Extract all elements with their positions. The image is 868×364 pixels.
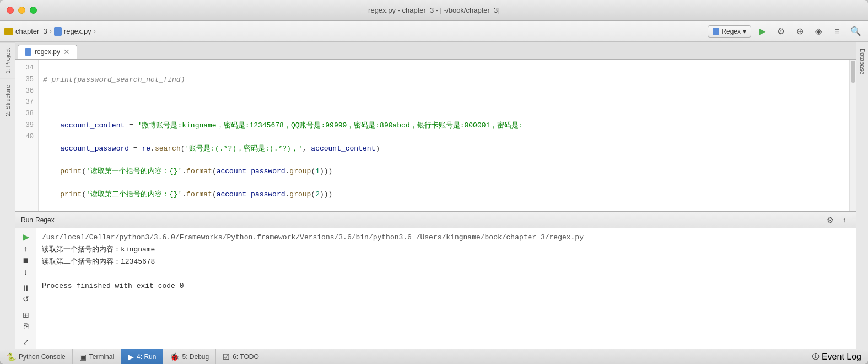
run-rerun-button[interactable]: ↺ [18,295,34,303]
traffic-lights [7,7,37,14]
editor-tab-regex[interactable]: regex.py ✕ [18,45,77,59]
tab-bar: regex.py ✕ [15,42,856,60]
structure-tab-label: 2: Structure [4,85,11,116]
code-line-38: point('读取第一个括号的内容：{}'.format(account_pas… [43,166,845,178]
run-down-button[interactable]: ↓ [18,267,34,276]
status-bar: 🐍 Python Console ▣ Terminal ▶ 4: Run 🐞 5… [0,349,868,364]
line-num-38: 38 [19,109,34,120]
run-toolbar-separator-2 [20,307,32,307]
line-num-36: 36 [19,86,34,98]
line-numbers: 34 35 36 37 38 39 40 [15,60,39,211]
run-up-button[interactable]: ↑ [18,244,34,253]
todo-icon: ☑ [223,352,230,361]
tab-close-button[interactable]: ✕ [63,48,70,56]
run-toolbar: ▶ ↑ ■ ↓ ⏸ ↺ ⊞ ⎘ ⤢ >> 🗑 [15,228,36,349]
code-line-36: account_content = '微博账号是:kingname，密码是:12… [43,120,845,132]
folder-icon [4,28,13,35]
left-panel-tabs: 1: Project 2: Structure [0,42,15,349]
run-panel-header: Run Regex ⚙ ↑ [15,212,856,228]
file-icon [54,27,62,36]
console-line-2: 读取第一个括号的内容：kingname [42,244,850,256]
line-num-34: 34 [19,63,34,74]
status-tab-terminal[interactable]: ▣ Terminal [73,349,121,364]
main-area: 1: Project 2: Structure regex.py ✕ 34 35 [0,42,868,349]
editor-area[interactable]: 34 35 36 37 38 39 40 # print(password_se… [15,60,856,211]
bottom-panel: Run Regex ⚙ ↑ ▶ ↑ ■ ↓ [15,211,856,349]
toolbar-right: Regex ▾ ▶ ⚙ ⊕ ◈ ≡ 🔍 [708,24,864,39]
status-tab-python-console[interactable]: 🐍 Python Console [0,349,73,364]
coverage-icon[interactable]: ⊕ [792,24,807,39]
console-line-5: Process finished with exit code 0 [42,280,850,292]
run-pause-button[interactable]: ⏸ [18,283,34,292]
main-window: regex.py - chapter_3 - [~/book/chapter_3… [0,0,868,364]
right-panel: Database [856,42,868,349]
titlebar: regex.py - chapter_3 - [~/book/chapter_3… [0,0,868,21]
run-config-name: Regex [35,216,55,224]
console-output: /usr/local/Cellar/python3/3.6.0/Framewor… [36,228,856,349]
python-console-icon: 🐍 [7,352,16,361]
breadcrumb-folder[interactable]: chapter_3 [4,27,47,35]
run-panel-icons: ⚙ ↑ [824,214,850,226]
code-line-34: # print(password_search_not_find) [43,74,845,86]
toolbar: chapter_3 › regex.py › Regex ▾ ▶ ⚙ ⊕ ◈ ≡… [0,21,868,42]
code-line-39: print('读取第二个括号的内容：{}'.format(account_pas… [43,189,845,201]
tab-file-icon [25,48,31,56]
profile-icon[interactable]: ◈ [811,24,826,39]
run-play-button[interactable]: ▶ [18,232,34,242]
run-config-icon [713,28,719,35]
line-num-37: 37 [19,97,34,109]
sidebar-item-structure[interactable]: 2: Structure [0,79,15,122]
breadcrumb-file-label: regex.py [64,27,91,35]
close-button[interactable] [7,7,14,14]
code-line-35 [43,97,845,109]
console-exit-code: Process finished with exit code 0 [42,282,184,290]
run-label: Run [21,216,33,224]
scrollbar-thumb[interactable] [851,61,855,83]
tab-label: regex.py [35,48,60,56]
menu-icon[interactable]: ≡ [829,24,845,39]
run-config-button[interactable]: Regex ▾ [708,25,751,38]
project-tab-label: 1: Project [4,48,11,73]
line-num-40: 40 [19,132,34,143]
maximize-button[interactable] [30,7,37,14]
search-icon[interactable]: 🔍 [848,24,864,39]
run-grid-button[interactable]: ⊞ [18,311,34,319]
line-num-39: 39 [19,120,34,132]
window-title: regex.py - chapter_3 - [~/book/chapter_3… [368,6,500,14]
run-copy-button[interactable]: ⎘ [18,322,34,330]
line-num-35: 35 [19,74,34,86]
database-panel-label[interactable]: Database [858,44,867,79]
run-scroll-button[interactable]: ⤢ [18,338,34,346]
chevron-down-icon: ▾ [743,28,746,35]
breadcrumb: chapter_3 › regex.py › [4,27,705,36]
run-toolbar-separator-1 [20,280,32,280]
console-line-3: 读取第二个括号的内容：12345678 [42,256,850,268]
minimize-button[interactable] [18,7,25,14]
console-line-1: /usr/local/Cellar/python3/3.6.0/Framewor… [42,232,850,244]
status-bar-right: ① Event Log [812,351,869,362]
sidebar-item-project[interactable]: 1: Project [0,42,15,79]
run-config-label: Regex [721,28,741,35]
breadcrumb-file[interactable]: regex.py [54,27,91,36]
python-console-label: Python Console [19,353,66,361]
event-log-label[interactable]: ① Event Log [812,351,862,362]
run-panel-pin-icon[interactable]: ↑ [838,214,850,226]
console-output-2: 读取第二个括号的内容：12345678 [42,258,155,266]
content-pane: regex.py ✕ 34 35 36 37 38 39 40 # print(… [15,42,856,349]
settings-icon[interactable]: ⚙ [773,24,789,39]
editor-scrollbar[interactable] [849,60,856,211]
run-panel-title: Run Regex [21,216,824,224]
terminal-icon: ▣ [79,352,87,361]
breadcrumb-folder-label: chapter_3 [15,27,47,35]
status-tab-debug[interactable]: 🐞 5: Debug [163,349,216,364]
console-path-text: /usr/local/Cellar/python3/3.6.0/Framewor… [42,233,584,242]
status-tab-todo[interactable]: ☑ 6: TODO [216,349,266,364]
terminal-label: Terminal [89,353,114,361]
code-content[interactable]: # print(password_search_not_find) accoun… [39,60,849,211]
run-panel-settings-icon[interactable]: ⚙ [824,214,836,226]
run-button[interactable]: ▶ [754,24,770,39]
breadcrumb-separator-1: › [50,28,52,35]
console-output-1: 读取第一个括号的内容：kingname [42,245,155,254]
status-tab-run[interactable]: ▶ 4: Run [121,349,163,364]
run-stop-button[interactable]: ■ [18,255,34,265]
